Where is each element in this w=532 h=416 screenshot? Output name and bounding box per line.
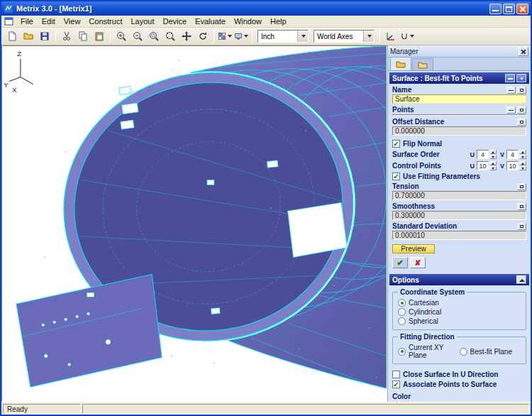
tab-collections[interactable] <box>412 58 433 70</box>
stepper-down-icon[interactable] <box>489 166 497 170</box>
cp-v-label: V <box>500 163 504 170</box>
menu-device[interactable]: Device <box>158 16 191 26</box>
stddev-input[interactable]: 0.000010 <box>392 231 526 240</box>
axis-x-label: X <box>12 86 17 94</box>
axes-combo[interactable]: World Axes <box>314 30 375 43</box>
open-button[interactable] <box>21 29 36 44</box>
use-fitting-checkbox[interactable] <box>392 173 400 180</box>
maximize-button[interactable] <box>503 4 515 14</box>
zoom-in-button[interactable] <box>113 29 129 44</box>
axes-combo-value: World Axes <box>314 33 363 40</box>
stepper-down-icon[interactable] <box>519 166 526 170</box>
order-u-stepper[interactable]: 4 <box>477 150 497 159</box>
stepper-up-icon[interactable] <box>489 161 497 165</box>
cp-v-value[interactable]: 10 <box>506 161 519 170</box>
main-area: Z Y X Manager <box>1 45 531 402</box>
toolbar-separator <box>110 30 111 43</box>
copy-button[interactable] <box>75 29 91 44</box>
associate-points-checkbox[interactable] <box>392 381 400 388</box>
name-collapse-button[interactable] <box>506 87 516 94</box>
use-fitting-label: Use Fitting Parameters <box>403 173 480 180</box>
close-surface-checkbox[interactable] <box>392 371 400 378</box>
offset-distance-input[interactable]: 0.000000 <box>392 126 526 136</box>
stepper-up-icon[interactable] <box>489 150 497 154</box>
radio-best-fit-plane[interactable] <box>460 348 467 356</box>
stepper-up-icon[interactable] <box>519 150 526 154</box>
cancel-button[interactable]: ✘ <box>410 257 426 268</box>
radio-cartesian[interactable] <box>398 299 406 307</box>
display-mode-button[interactable] <box>217 29 233 44</box>
manager-close-button[interactable] <box>519 47 528 56</box>
cut-button[interactable] <box>59 29 74 44</box>
menu-edit[interactable]: Edit <box>38 16 60 26</box>
menu-help[interactable]: Help <box>266 16 291 26</box>
new-button[interactable] <box>4 29 20 44</box>
order-u-value[interactable]: 4 <box>477 150 489 159</box>
stddev-select-button[interactable] <box>517 223 526 230</box>
name-label: Name <box>392 86 411 94</box>
points-select-button[interactable] <box>517 106 526 114</box>
help-icon[interactable] <box>516 74 526 82</box>
name-input[interactable]: Surface <box>392 94 526 104</box>
flip-normal-checkbox[interactable] <box>392 140 400 148</box>
menu-evaluate[interactable]: Evaluate <box>191 16 230 26</box>
cp-v-stepper[interactable]: 10 <box>506 161 526 170</box>
chevron-down-icon[interactable] <box>297 31 308 42</box>
view-options-button[interactable] <box>233 29 249 44</box>
stepper-down-icon[interactable] <box>519 155 526 159</box>
minimize-button[interactable] <box>489 4 501 14</box>
color-label: Color <box>392 393 411 400</box>
options-content: Coordinate System Cartesian Cylindrical … <box>388 285 531 402</box>
viewport-3d[interactable]: Z Y X <box>1 45 387 402</box>
menu-view[interactable]: View <box>60 16 85 26</box>
zoom-extents-button[interactable] <box>162 29 178 44</box>
app-icon <box>4 4 13 13</box>
radio-current-xy-plane[interactable] <box>398 348 406 356</box>
rotate-view-button[interactable] <box>195 29 211 44</box>
axis-triad: Z Y X <box>4 50 33 94</box>
tension-input[interactable]: 0.700000 <box>392 191 526 200</box>
window-title: Metrix 3.0 - [Metrix1] <box>16 4 489 13</box>
save-button[interactable] <box>37 29 52 44</box>
stepper-up-icon[interactable] <box>519 161 526 165</box>
menu-file[interactable]: File <box>16 16 38 26</box>
order-v-value[interactable]: 4 <box>506 150 519 159</box>
order-v-stepper[interactable]: 4 <box>506 150 526 159</box>
menu-layout[interactable]: Layout <box>126 16 158 26</box>
smoothness-select-button[interactable] <box>517 203 526 210</box>
close-button[interactable] <box>516 4 528 14</box>
collapse-icon[interactable] <box>516 275 526 284</box>
menu-window[interactable]: Window <box>230 16 266 26</box>
zoom-window-button[interactable] <box>146 29 162 44</box>
stepper-down-icon[interactable] <box>489 155 497 159</box>
name-select-button[interactable] <box>517 87 526 94</box>
toolbar-separator <box>379 30 380 43</box>
status-bar: Ready <box>1 402 531 415</box>
pin-icon[interactable] <box>505 74 515 82</box>
smoothness-input[interactable]: 0.300000 <box>392 211 526 220</box>
radio-cylindrical[interactable] <box>398 308 406 316</box>
radio-spherical[interactable] <box>398 317 406 325</box>
snap-settings-button[interactable] <box>399 29 415 44</box>
preview-button[interactable]: Preview <box>392 244 435 253</box>
pan-button[interactable] <box>179 29 194 44</box>
axis-z-label: Z <box>17 50 21 58</box>
chevron-down-icon <box>228 35 232 38</box>
status-filler <box>82 404 529 414</box>
points-collapse-button[interactable] <box>506 106 516 114</box>
cp-u-value[interactable]: 10 <box>477 161 489 170</box>
zoom-out-button[interactable] <box>130 29 145 44</box>
document-icon <box>4 17 13 26</box>
points-listbox[interactable] <box>392 114 526 116</box>
associate-points-label: Associate Points to Surface <box>403 381 497 388</box>
menu-construct[interactable]: Construct <box>84 16 126 26</box>
tab-commands[interactable] <box>390 57 411 70</box>
axes-display-button[interactable] <box>383 29 399 44</box>
chevron-down-icon[interactable] <box>363 31 374 42</box>
paste-button[interactable] <box>92 29 107 44</box>
cp-u-stepper[interactable]: 10 <box>477 161 497 170</box>
tension-select-button[interactable] <box>517 183 526 190</box>
apply-button[interactable]: ✔ <box>392 257 408 268</box>
offset-select-button[interactable] <box>517 119 526 126</box>
unit-combo[interactable]: Inch <box>257 30 309 43</box>
